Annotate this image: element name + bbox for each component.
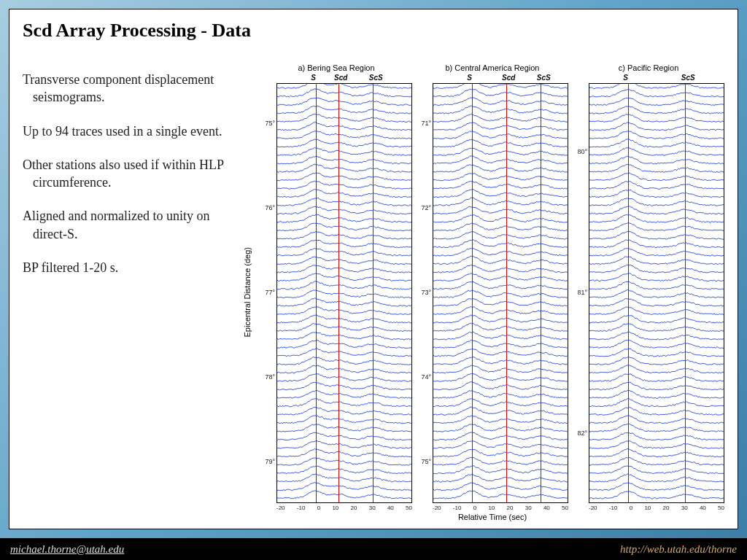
record-section-plot bbox=[276, 83, 412, 503]
seismogram-trace bbox=[277, 206, 411, 214]
seismogram-trace bbox=[433, 299, 568, 306]
seismogram-trace bbox=[277, 458, 411, 465]
seismogram-trace bbox=[433, 399, 568, 407]
seismogram-trace bbox=[433, 98, 568, 106]
seismogram-trace bbox=[277, 324, 411, 332]
seismogram-trace bbox=[589, 139, 724, 147]
bullet-list: Transverse component displacement seismo… bbox=[23, 63, 234, 521]
x-tick: 50 bbox=[406, 505, 412, 511]
y-tick: 77° bbox=[260, 289, 275, 296]
seismogram-trace bbox=[589, 98, 724, 105]
seismogram-trace bbox=[433, 483, 568, 491]
seismogram-trace bbox=[433, 223, 568, 231]
seismogram-trace bbox=[589, 173, 724, 181]
seismogram-trace bbox=[433, 206, 568, 214]
seismogram-trace bbox=[277, 332, 411, 340]
seismogram-trace bbox=[589, 457, 724, 465]
panel-body: 75°76°77°78°79°SScdScS-20-1001020304050 bbox=[260, 74, 412, 511]
x-tick: -20 bbox=[433, 505, 441, 511]
seismogram-trace bbox=[433, 122, 568, 130]
x-tick: 20 bbox=[351, 505, 357, 511]
seismogram-trace bbox=[589, 222, 724, 230]
seismogram-trace bbox=[433, 114, 568, 122]
seismogram-trace bbox=[589, 131, 724, 139]
y-ticks: 75°76°77°78°79° bbox=[260, 74, 276, 511]
seismogram-trace bbox=[277, 340, 411, 348]
x-tick: 10 bbox=[332, 505, 338, 511]
seismogram-trace bbox=[433, 273, 568, 281]
seismogram-trace bbox=[589, 84, 724, 89]
seismogram-trace bbox=[433, 416, 568, 424]
slide-title: Scd Array Processing - Data bbox=[23, 20, 724, 42]
x-tick: 0 bbox=[473, 505, 476, 511]
seismogram-trace bbox=[433, 474, 568, 482]
seismogram-trace bbox=[589, 474, 724, 482]
seismogram-trace bbox=[277, 349, 411, 357]
record-section-plot bbox=[433, 83, 568, 503]
seismogram-trace bbox=[433, 148, 568, 155]
seismogram-trace bbox=[277, 190, 411, 198]
phase-label: S bbox=[623, 74, 628, 82]
y-axis-label: Epicentral Distance (deg) bbox=[241, 247, 253, 338]
panel-title: c) Pacific Region bbox=[573, 63, 724, 72]
seismogram-trace bbox=[433, 373, 568, 381]
seismogram-trace bbox=[277, 315, 411, 323]
bullet-item: Other stations also used if within HLP c… bbox=[23, 156, 234, 192]
seismogram-trace bbox=[589, 182, 724, 190]
seismogram-trace bbox=[433, 181, 568, 189]
seismogram-trace bbox=[433, 190, 568, 198]
y-tick: 80° bbox=[573, 148, 587, 155]
x-tick: -20 bbox=[589, 505, 597, 511]
seismogram-trace bbox=[589, 483, 724, 490]
seismogram-trace bbox=[277, 390, 411, 398]
seismogram-trace bbox=[277, 440, 411, 448]
x-tick: 50 bbox=[562, 505, 568, 511]
seismogram-trace bbox=[433, 84, 568, 89]
seismogram-trace bbox=[433, 265, 568, 273]
phase-line bbox=[373, 84, 374, 502]
y-tick: 76° bbox=[260, 204, 275, 211]
seismogram-trace bbox=[277, 416, 411, 424]
seismogram-trace bbox=[589, 156, 724, 164]
panel-title: a) Bering Sea Region bbox=[260, 63, 412, 72]
seismogram-trace bbox=[277, 198, 411, 206]
panel-b: b) Central America Region71°72°73°74°75°… bbox=[417, 63, 568, 511]
seismogram-trace bbox=[589, 357, 724, 365]
y-tick: 75° bbox=[417, 458, 431, 465]
seismogram-trace bbox=[277, 164, 411, 172]
seismogram-trace bbox=[433, 449, 568, 456]
seismogram-trace bbox=[589, 399, 724, 407]
x-tick: -20 bbox=[276, 505, 285, 511]
seismogram-trace bbox=[433, 256, 568, 264]
y-tick: 74° bbox=[417, 373, 431, 381]
seismogram-trace bbox=[589, 365, 724, 373]
footer-url[interactable]: http://web.utah.edu/thorne bbox=[620, 543, 737, 556]
seismogram-trace bbox=[433, 306, 568, 314]
x-tick: 30 bbox=[525, 505, 532, 511]
seismogram-trace bbox=[589, 231, 724, 239]
y-tick: 71° bbox=[417, 120, 431, 127]
footer-email[interactable]: michael.thorne@utah.edu bbox=[10, 543, 124, 556]
seismogram-trace bbox=[277, 281, 411, 289]
x-tick: 0 bbox=[630, 505, 632, 511]
seismogram-trace bbox=[277, 424, 411, 432]
x-tick: 40 bbox=[387, 505, 394, 511]
seismogram-trace bbox=[589, 148, 724, 156]
seismogram-trace bbox=[589, 198, 724, 206]
seismogram-trace bbox=[277, 483, 411, 491]
seismogram-trace bbox=[277, 89, 411, 97]
seismogram-trace bbox=[277, 248, 411, 256]
phase-line bbox=[472, 84, 473, 502]
bullet-item: Transverse component displacement seismo… bbox=[23, 71, 234, 106]
x-tick: 30 bbox=[681, 505, 688, 511]
seismogram-trace bbox=[589, 248, 724, 256]
seismogram-trace bbox=[589, 89, 724, 97]
seismogram-trace bbox=[433, 173, 568, 180]
seismogram-trace bbox=[433, 156, 568, 164]
phase-labels: SScdScS bbox=[276, 74, 412, 82]
y-tick: 75° bbox=[260, 120, 275, 127]
seismogram-trace bbox=[589, 341, 724, 349]
seismogram-trace bbox=[589, 240, 724, 248]
seismogram-trace bbox=[277, 298, 411, 306]
seismogram-trace bbox=[589, 382, 724, 390]
